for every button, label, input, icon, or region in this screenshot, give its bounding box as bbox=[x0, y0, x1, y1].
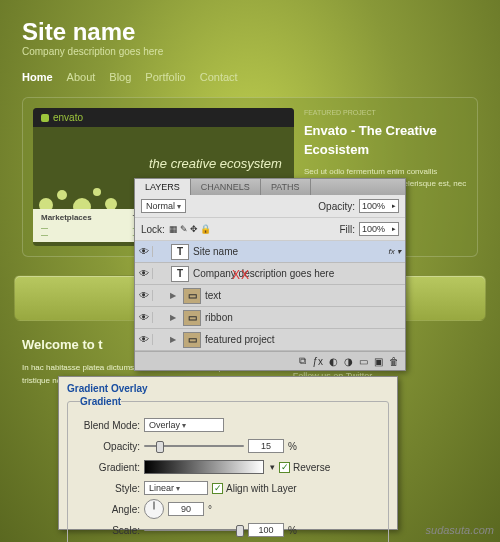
blend-mode-label: Blend Mode: bbox=[76, 420, 140, 431]
layer-name: Site name bbox=[193, 246, 389, 257]
lock-label: Lock: bbox=[141, 224, 165, 235]
layer-name: Company description goes here bbox=[193, 268, 405, 279]
pct-unit: % bbox=[288, 525, 297, 536]
panel-tabs: LAYERS CHANNELS PATHS bbox=[135, 179, 405, 195]
nav-portfolio[interactable]: Portfolio bbox=[145, 71, 185, 83]
visibility-icon[interactable]: 👁 bbox=[135, 312, 153, 323]
layer-row[interactable]: 👁 T Site name fx ▾ bbox=[135, 241, 405, 263]
tab-paths[interactable]: PATHS bbox=[261, 179, 311, 195]
credit-text: sudasuta.com bbox=[426, 524, 494, 536]
layers-panel: LAYERS CHANNELS PATHS Normal Opacity: 10… bbox=[134, 178, 406, 371]
brand-name: envato bbox=[53, 112, 83, 123]
lock-icons: ▦ ✎ ✥ 🔒 bbox=[169, 224, 211, 234]
fx-badge[interactable]: fx ▾ bbox=[389, 247, 401, 256]
angle-dial[interactable] bbox=[144, 499, 164, 519]
reverse-checkbox[interactable]: ✓Reverse bbox=[279, 462, 330, 473]
blend-mode-select[interactable]: Normal bbox=[141, 199, 186, 213]
group-icon[interactable]: ▭ bbox=[359, 356, 368, 367]
folder-icon: ▭ bbox=[183, 310, 201, 326]
tab-layers[interactable]: LAYERS bbox=[135, 179, 191, 195]
layer-row[interactable]: 👁 ▶ ▭ ribbon bbox=[135, 307, 405, 329]
featured-title: Envato - The Creative Ecosistem bbox=[304, 121, 467, 160]
style-select[interactable]: Linear bbox=[144, 481, 208, 495]
brand-bar: envato bbox=[33, 108, 294, 127]
gradient-label: Gradient: bbox=[76, 462, 140, 473]
layer-row[interactable]: 👁 ▶ ▭ text bbox=[135, 285, 405, 307]
site-title: Site name bbox=[22, 18, 478, 46]
pct-unit: % bbox=[288, 441, 297, 452]
folder-icon: ▭ bbox=[183, 288, 201, 304]
gradient-swatch[interactable] bbox=[144, 460, 264, 474]
deg-unit: ° bbox=[208, 504, 212, 515]
gradient-dropdown-icon[interactable]: ▾ bbox=[270, 462, 275, 472]
fieldset-legend: Gradient bbox=[80, 396, 121, 407]
lock-transparency-icon[interactable]: ▦ bbox=[169, 224, 178, 234]
adjustment-icon[interactable]: ◑ bbox=[344, 356, 353, 367]
style-label: Style: bbox=[76, 483, 140, 494]
new-layer-icon[interactable]: ▣ bbox=[374, 356, 383, 367]
visibility-icon[interactable]: 👁 bbox=[135, 334, 153, 345]
trash-icon[interactable]: 🗑 bbox=[389, 356, 399, 367]
opacity-slider[interactable] bbox=[144, 440, 244, 452]
expand-icon[interactable]: ▶ bbox=[167, 291, 179, 300]
hero-tagline: the creative ecosystem bbox=[149, 156, 282, 171]
scale-input[interactable]: 100 bbox=[248, 523, 284, 537]
col-1-link2[interactable]: — bbox=[41, 231, 103, 238]
nav-about[interactable]: About bbox=[67, 71, 96, 83]
layer-name: ribbon bbox=[205, 312, 405, 323]
panel-title: Gradient Overlay bbox=[67, 383, 389, 394]
opacity-input[interactable]: 15 bbox=[248, 439, 284, 453]
visibility-icon[interactable]: 👁 bbox=[135, 268, 153, 279]
text-layer-icon: T bbox=[171, 244, 189, 260]
fill-label: Fill: bbox=[339, 224, 355, 235]
link-layers-icon[interactable]: ⧉ bbox=[299, 355, 306, 367]
fx-icon[interactable]: ƒx bbox=[312, 356, 323, 367]
angle-input[interactable]: 90 bbox=[168, 502, 204, 516]
expand-icon[interactable]: ▶ bbox=[167, 313, 179, 322]
nav-contact[interactable]: Contact bbox=[200, 71, 238, 83]
site-header: Site name Company description goes here bbox=[0, 0, 500, 61]
layer-row[interactable]: 👁 ▶ ▭ featured project bbox=[135, 329, 405, 351]
nav-blog[interactable]: Blog bbox=[109, 71, 131, 83]
opacity-field[interactable]: 100% bbox=[359, 199, 399, 213]
featured-label: FEATURED PROJECT bbox=[304, 108, 467, 119]
layer-name: text bbox=[205, 290, 405, 301]
opacity-label: Opacity: bbox=[76, 441, 140, 452]
tab-channels[interactable]: CHANNELS bbox=[191, 179, 261, 195]
opacity-label: Opacity: bbox=[318, 201, 355, 212]
visibility-icon[interactable]: 👁 bbox=[135, 290, 153, 301]
lock-all-icon[interactable]: 🔒 bbox=[200, 224, 211, 234]
nav-home[interactable]: Home bbox=[22, 71, 53, 83]
layer-name: featured project bbox=[205, 334, 405, 345]
blend-mode-select[interactable]: Overlay bbox=[144, 418, 224, 432]
mask-icon[interactable]: ◐ bbox=[329, 356, 338, 367]
scale-label: Scale: bbox=[76, 525, 140, 536]
lock-image-icon[interactable]: ✎ bbox=[180, 224, 188, 234]
panel-footer: ⧉ ƒx ◐ ◑ ▭ ▣ 🗑 bbox=[135, 351, 405, 370]
layer-row[interactable]: 👁 T Company description goes here bbox=[135, 263, 405, 285]
folder-icon: ▭ bbox=[183, 332, 201, 348]
gradient-overlay-panel: Gradient Overlay Gradient Blend Mode: Ov… bbox=[58, 376, 398, 530]
text-layer-icon: T bbox=[171, 266, 189, 282]
angle-label: Angle: bbox=[76, 504, 140, 515]
lock-position-icon[interactable]: ✥ bbox=[190, 224, 198, 234]
col-1-title: Marketplaces bbox=[41, 213, 103, 222]
site-description: Company description goes here bbox=[22, 46, 478, 57]
watermark: XX bbox=[232, 268, 250, 282]
fill-field[interactable]: 100% bbox=[359, 222, 399, 236]
col-1-link[interactable]: — bbox=[41, 224, 103, 231]
align-checkbox[interactable]: ✓Align with Layer bbox=[212, 483, 297, 494]
scale-slider[interactable] bbox=[144, 524, 244, 536]
visibility-icon[interactable]: 👁 bbox=[135, 246, 153, 257]
layers-list: 👁 T Site name fx ▾ 👁 T Company descripti… bbox=[135, 241, 405, 351]
expand-icon[interactable]: ▶ bbox=[167, 335, 179, 344]
nav-bar: Home About Blog Portfolio Contact bbox=[0, 61, 500, 91]
